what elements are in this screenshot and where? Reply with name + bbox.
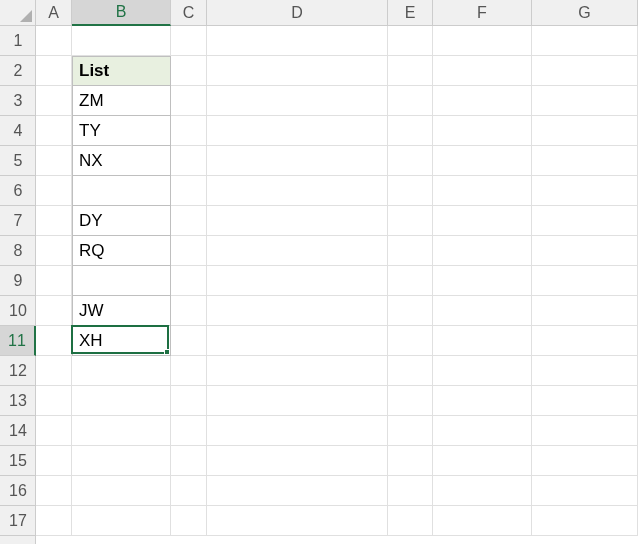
- cell-G8[interactable]: [532, 236, 638, 266]
- col-header-A[interactable]: A: [36, 0, 72, 26]
- cell-B11[interactable]: XH: [72, 326, 171, 356]
- cell-D16[interactable]: [207, 476, 388, 506]
- cell-F1[interactable]: [433, 26, 532, 56]
- cell-B8[interactable]: RQ: [72, 236, 171, 266]
- cell-A1[interactable]: [36, 26, 72, 56]
- cell-A3[interactable]: [36, 86, 72, 116]
- cell-G11[interactable]: [532, 326, 638, 356]
- row-header-1[interactable]: 1: [0, 26, 36, 56]
- cell-G7[interactable]: [532, 206, 638, 236]
- cell-B1[interactable]: [72, 26, 171, 56]
- cell-D12[interactable]: [207, 356, 388, 386]
- cell-A6[interactable]: [36, 176, 72, 206]
- cell-D3[interactable]: [207, 86, 388, 116]
- cell-B9[interactable]: [72, 266, 171, 296]
- cell-C13[interactable]: [171, 386, 207, 416]
- cell-B2[interactable]: List: [72, 56, 171, 86]
- row-header-11[interactable]: 11: [0, 326, 36, 356]
- cell-A17[interactable]: [36, 506, 72, 536]
- cell-G4[interactable]: [532, 116, 638, 146]
- cell-C9[interactable]: [171, 266, 207, 296]
- cell-E6[interactable]: [388, 176, 433, 206]
- cell-D6[interactable]: [207, 176, 388, 206]
- col-header-E[interactable]: E: [388, 0, 433, 26]
- cell-C8[interactable]: [171, 236, 207, 266]
- cell-G5[interactable]: [532, 146, 638, 176]
- cell-E7[interactable]: [388, 206, 433, 236]
- cell-A9[interactable]: [36, 266, 72, 296]
- cell-G6[interactable]: [532, 176, 638, 206]
- cell-A8[interactable]: [36, 236, 72, 266]
- col-header-G[interactable]: G: [532, 0, 638, 26]
- cell-E10[interactable]: [388, 296, 433, 326]
- cell-A2[interactable]: [36, 56, 72, 86]
- cell-B16[interactable]: [72, 476, 171, 506]
- col-header-C[interactable]: C: [171, 0, 207, 26]
- cell-C10[interactable]: [171, 296, 207, 326]
- cell-F5[interactable]: [433, 146, 532, 176]
- cell-C2[interactable]: [171, 56, 207, 86]
- cell-F9[interactable]: [433, 266, 532, 296]
- cell-E5[interactable]: [388, 146, 433, 176]
- cell-F13[interactable]: [433, 386, 532, 416]
- cell-G10[interactable]: [532, 296, 638, 326]
- cell-G9[interactable]: [532, 266, 638, 296]
- cell-D9[interactable]: [207, 266, 388, 296]
- row-header-15[interactable]: 15: [0, 446, 36, 476]
- spreadsheet-grid[interactable]: ListZMTYNXDYRQJWXH: [36, 26, 638, 544]
- cell-C1[interactable]: [171, 26, 207, 56]
- cell-E3[interactable]: [388, 86, 433, 116]
- row-header-13[interactable]: 13: [0, 386, 36, 416]
- cell-A14[interactable]: [36, 416, 72, 446]
- col-header-F[interactable]: F: [433, 0, 532, 26]
- cell-D5[interactable]: [207, 146, 388, 176]
- cell-A12[interactable]: [36, 356, 72, 386]
- cell-D11[interactable]: [207, 326, 388, 356]
- cell-F16[interactable]: [433, 476, 532, 506]
- cell-E15[interactable]: [388, 446, 433, 476]
- row-header-4[interactable]: 4: [0, 116, 36, 146]
- cell-B17[interactable]: [72, 506, 171, 536]
- cell-A16[interactable]: [36, 476, 72, 506]
- cell-G12[interactable]: [532, 356, 638, 386]
- row-header-16[interactable]: 16: [0, 476, 36, 506]
- row-header-17[interactable]: 17: [0, 506, 36, 536]
- cell-D7[interactable]: [207, 206, 388, 236]
- cell-G2[interactable]: [532, 56, 638, 86]
- cell-E12[interactable]: [388, 356, 433, 386]
- cell-B5[interactable]: NX: [72, 146, 171, 176]
- cell-F15[interactable]: [433, 446, 532, 476]
- cell-C14[interactable]: [171, 416, 207, 446]
- cell-B14[interactable]: [72, 416, 171, 446]
- row-header-3[interactable]: 3: [0, 86, 36, 116]
- cell-D8[interactable]: [207, 236, 388, 266]
- row-header-5[interactable]: 5: [0, 146, 36, 176]
- cell-C5[interactable]: [171, 146, 207, 176]
- cell-C7[interactable]: [171, 206, 207, 236]
- cell-C15[interactable]: [171, 446, 207, 476]
- row-header-14[interactable]: 14: [0, 416, 36, 446]
- cell-G14[interactable]: [532, 416, 638, 446]
- cell-F8[interactable]: [433, 236, 532, 266]
- cell-B4[interactable]: TY: [72, 116, 171, 146]
- cell-F6[interactable]: [433, 176, 532, 206]
- cell-F7[interactable]: [433, 206, 532, 236]
- cell-D1[interactable]: [207, 26, 388, 56]
- cell-C3[interactable]: [171, 86, 207, 116]
- cell-D4[interactable]: [207, 116, 388, 146]
- cell-E16[interactable]: [388, 476, 433, 506]
- select-all-corner[interactable]: [0, 0, 36, 26]
- cell-B10[interactable]: JW: [72, 296, 171, 326]
- cell-A13[interactable]: [36, 386, 72, 416]
- cell-F10[interactable]: [433, 296, 532, 326]
- cell-E9[interactable]: [388, 266, 433, 296]
- cell-C6[interactable]: [171, 176, 207, 206]
- row-header-10[interactable]: 10: [0, 296, 36, 326]
- cell-F4[interactable]: [433, 116, 532, 146]
- cell-C4[interactable]: [171, 116, 207, 146]
- cell-F17[interactable]: [433, 506, 532, 536]
- cell-D2[interactable]: [207, 56, 388, 86]
- cell-C11[interactable]: [171, 326, 207, 356]
- cell-F2[interactable]: [433, 56, 532, 86]
- cell-E8[interactable]: [388, 236, 433, 266]
